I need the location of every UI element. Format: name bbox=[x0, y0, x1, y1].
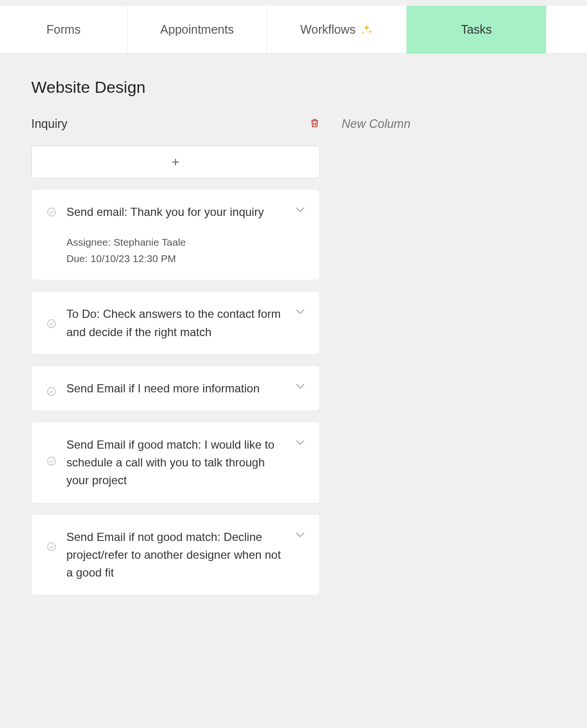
chevron-down-icon[interactable] bbox=[295, 382, 305, 388]
sparkle-icon bbox=[360, 24, 373, 36]
card-body: Send email: Thank you for your inquiry A… bbox=[66, 203, 305, 266]
check-circle-icon[interactable] bbox=[46, 541, 57, 552]
svg-point-2 bbox=[48, 388, 56, 396]
chevron-down-icon[interactable] bbox=[295, 308, 305, 314]
task-card[interactable]: Send Email if I need more information bbox=[31, 365, 320, 411]
check-circle-icon[interactable] bbox=[46, 386, 57, 397]
card-body: To Do: Check answers to the contact form… bbox=[66, 305, 305, 340]
card-title: Send Email if I need more information bbox=[66, 379, 286, 397]
column-header: Inquiry bbox=[31, 116, 320, 131]
card-title: To Do: Check answers to the contact form… bbox=[66, 305, 286, 340]
column-inquiry: Inquiry + Send email: Thank you for your… bbox=[31, 116, 320, 606]
new-column-label: New Column bbox=[342, 117, 410, 130]
chevron-down-icon[interactable] bbox=[295, 439, 305, 444]
card-assignee: Assignee: Stephanie Taale bbox=[66, 234, 286, 251]
task-card[interactable]: Send Email if good match: I would like t… bbox=[31, 422, 320, 503]
tab-appointments[interactable]: Appointments bbox=[128, 6, 267, 53]
card-body: Send Email if not good match: Decline pr… bbox=[66, 528, 305, 582]
tabs-bar: Forms Appointments Workflows Tasks bbox=[0, 6, 587, 54]
check-circle-icon[interactable] bbox=[46, 456, 57, 466]
card-meta: Assignee: Stephanie Taale Due: 10/10/23 … bbox=[66, 234, 286, 266]
tab-tasks[interactable]: Tasks bbox=[407, 6, 546, 53]
check-circle-icon[interactable] bbox=[46, 318, 57, 329]
page-title: Website Design bbox=[31, 78, 556, 97]
svg-point-3 bbox=[48, 457, 56, 465]
svg-point-4 bbox=[48, 542, 56, 551]
tab-label: Workflows bbox=[300, 23, 356, 37]
column-title: Inquiry bbox=[31, 117, 67, 131]
board: Inquiry + Send email: Thank you for your… bbox=[31, 116, 556, 606]
card-title: Send Email if not good match: Decline pr… bbox=[66, 528, 286, 582]
svg-point-1 bbox=[48, 320, 56, 328]
task-card[interactable]: Send email: Thank you for your inquiry A… bbox=[31, 189, 320, 280]
card-due: Due: 10/10/23 12:30 PM bbox=[66, 251, 286, 267]
tab-label: Appointments bbox=[160, 23, 234, 37]
tab-label: Forms bbox=[47, 23, 81, 37]
card-title: Send email: Thank you for your inquiry bbox=[66, 203, 286, 221]
card-title: Send Email if good match: I would like t… bbox=[66, 436, 286, 490]
svg-point-0 bbox=[48, 208, 56, 216]
chevron-down-icon[interactable] bbox=[295, 531, 305, 537]
content-area: Website Design Inquiry + Send email: Tha… bbox=[0, 54, 587, 630]
task-card[interactable]: To Do: Check answers to the contact form… bbox=[31, 291, 320, 354]
card-body: Send Email if good match: I would like t… bbox=[66, 436, 305, 490]
task-card[interactable]: Send Email if not good match: Decline pr… bbox=[31, 514, 320, 596]
add-card-button[interactable]: + bbox=[31, 146, 320, 178]
tab-label: Tasks bbox=[461, 23, 492, 37]
card-body: Send Email if I need more information bbox=[66, 379, 305, 397]
check-circle-icon[interactable] bbox=[46, 207, 57, 217]
tab-workflows[interactable]: Workflows bbox=[267, 6, 407, 53]
new-column-button[interactable]: New Column bbox=[342, 117, 410, 131]
tab-forms[interactable]: Forms bbox=[0, 6, 128, 53]
trash-icon[interactable] bbox=[309, 118, 320, 129]
plus-icon: + bbox=[172, 154, 179, 170]
chevron-down-icon[interactable] bbox=[295, 206, 305, 212]
